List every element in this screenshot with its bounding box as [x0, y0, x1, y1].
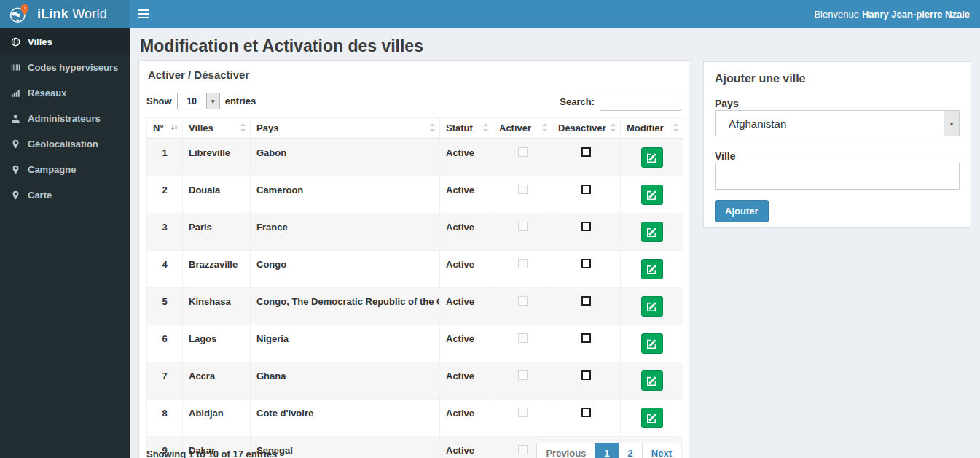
- edit-button[interactable]: [641, 185, 663, 205]
- sidebar-item-label: Géolocalisation: [28, 139, 98, 150]
- sort-both-icon: [541, 123, 548, 134]
- edit-button[interactable]: [641, 408, 663, 428]
- entries-select[interactable]: 10 ▾: [177, 93, 220, 109]
- column-header-desactiver[interactable]: Désactiver: [552, 118, 621, 139]
- desactiver-checkbox[interactable]: [581, 333, 591, 343]
- table-row: 4 Brazzaville Congo Active: [147, 251, 683, 288]
- activer-checkbox: [518, 185, 528, 194]
- pagination-page-2-button[interactable]: 2: [619, 443, 643, 458]
- map-marker-icon: [11, 139, 20, 149]
- sidebar-toggle-button[interactable]: [130, 0, 157, 28]
- pagination-next-button[interactable]: Next: [642, 443, 681, 458]
- pencil-square-icon: [647, 228, 656, 237]
- status-value: Active: [440, 251, 493, 288]
- column-header-num[interactable]: N°: [147, 118, 183, 139]
- pagination-previous-button[interactable]: Previous: [536, 443, 595, 458]
- table-row: 3 Paris France Active: [147, 214, 683, 251]
- sort-both-icon: [482, 123, 489, 134]
- column-header-pays[interactable]: Pays: [251, 118, 440, 139]
- sidebar-item-codes-hyperviseurs[interactable]: Codes hyperviseurs: [0, 55, 130, 80]
- sidebar-item-villes[interactable]: Villes: [0, 29, 130, 55]
- sort-both-icon: [610, 123, 616, 134]
- activer-checkbox: [518, 147, 528, 157]
- pencil-square-icon: [647, 265, 656, 274]
- sidebar-item-administrateurs[interactable]: Administrateurs: [0, 106, 130, 131]
- sidebar-item-label: Campagne: [28, 164, 76, 175]
- desactiver-checkbox[interactable]: [581, 370, 591, 380]
- ville-input[interactable]: [715, 163, 960, 190]
- desactiver-checkbox[interactable]: [581, 147, 591, 157]
- desactiver-checkbox[interactable]: [581, 259, 591, 268]
- pagination-page-1-button[interactable]: 1: [595, 443, 619, 458]
- table-panel-title: Activer / Désactiver: [148, 69, 249, 81]
- sort-asc-icon: [170, 123, 179, 134]
- column-header-modifier[interactable]: Modifier: [621, 118, 683, 139]
- sidebar-item-carte[interactable]: Carte: [0, 182, 130, 208]
- table-row: 2 Douala Cameroon Active: [147, 176, 683, 214]
- desactiver-checkbox[interactable]: [581, 185, 591, 194]
- chevron-down-icon: ▾: [206, 93, 219, 109]
- search-input[interactable]: [600, 93, 681, 111]
- pencil-square-icon: [647, 339, 656, 349]
- edit-button[interactable]: [641, 147, 663, 168]
- table-row: 6 Lagos Nigeria Active: [147, 325, 683, 362]
- user-icon: [11, 114, 20, 123]
- edit-button[interactable]: [641, 333, 663, 354]
- sidebar-item-label: Villes: [28, 36, 52, 47]
- sidebar-item-label: Codes hyperviseurs: [28, 62, 118, 73]
- desactiver-checkbox[interactable]: [581, 222, 591, 231]
- brand-title-bold: iLink: [37, 7, 68, 21]
- sort-both-icon: [429, 123, 436, 134]
- activer-checkbox: [518, 445, 528, 454]
- hamburger-icon: [138, 9, 149, 11]
- globe-pin-logo-icon: [9, 4, 29, 24]
- sidebar-item-geolocalisation[interactable]: Géolocalisation: [0, 131, 130, 157]
- edit-button[interactable]: [641, 222, 663, 242]
- status-value: Active: [440, 139, 493, 176]
- pencil-square-icon: [647, 190, 656, 200]
- status-value: Active: [440, 362, 493, 400]
- top-navbar: Bienvenue Hanry Jean-pierre Nzale: [130, 0, 980, 28]
- welcome-label: Bienvenue: [814, 9, 858, 20]
- column-header-activer[interactable]: Activer: [493, 118, 552, 139]
- user-menu[interactable]: Bienvenue Hanry Jean-pierre Nzale: [814, 0, 970, 28]
- pagination: Previous 1 2 Next: [537, 443, 681, 458]
- pays-select-value: Afghanistan: [716, 117, 944, 130]
- edit-button[interactable]: [641, 296, 663, 317]
- brand-logo[interactable]: iLink World: [0, 0, 130, 28]
- activer-checkbox: [518, 408, 528, 417]
- sort-both-icon: [240, 123, 246, 134]
- table-header-row: N° Villes Pays Statut Ac: [147, 118, 683, 139]
- activer-checkbox: [518, 333, 528, 343]
- content-area: Modification et Activation des villes Ac…: [130, 28, 980, 458]
- status-value: Active: [440, 325, 493, 362]
- status-value: Active: [440, 176, 493, 214]
- entries-select-value: 10: [178, 96, 206, 106]
- show-label: Show: [146, 96, 172, 106]
- sidebar-item-reseaux[interactable]: Réseaux: [0, 80, 130, 106]
- sidebar: Villes Codes hyperviseurs R: [0, 28, 130, 458]
- globe-icon: [11, 37, 20, 47]
- add-city-panel: Ajouter une ville Pays Afghanistan ▾ Vil…: [703, 61, 971, 228]
- app-window: iLink World Bienvenue Hanry Jean-pierre …: [0, 0, 980, 458]
- table-search-control: Search:: [560, 93, 681, 111]
- edit-button[interactable]: [641, 259, 663, 279]
- table-row: 7 Accra Ghana Active: [147, 362, 683, 400]
- brand-title: iLink World: [37, 7, 107, 22]
- status-value: Active: [440, 288, 493, 325]
- table-row: 8 Abidjan Cote d'Ivoire Active: [147, 400, 683, 437]
- desactiver-checkbox[interactable]: [581, 408, 591, 417]
- pencil-square-icon: [647, 414, 656, 423]
- map-marker-icon: [11, 190, 20, 200]
- pays-select[interactable]: Afghanistan ▾: [715, 110, 960, 136]
- table-length-control: Show 10 ▾ entries: [146, 93, 256, 109]
- column-header-villes[interactable]: Villes: [183, 118, 251, 139]
- column-header-statut[interactable]: Statut: [440, 118, 493, 139]
- page-title: Modification et Activation des villes: [140, 36, 423, 56]
- sidebar-item-campagne[interactable]: Campagne: [0, 157, 130, 182]
- edit-button[interactable]: [641, 370, 663, 391]
- desactiver-checkbox[interactable]: [581, 296, 591, 306]
- ajouter-button[interactable]: Ajouter: [715, 200, 769, 222]
- table-info: Showing 1 to 10 of 17 entries: [146, 449, 277, 458]
- cities-table-panel: Activer / Désactiver Show 10 ▾ entries S…: [138, 60, 689, 458]
